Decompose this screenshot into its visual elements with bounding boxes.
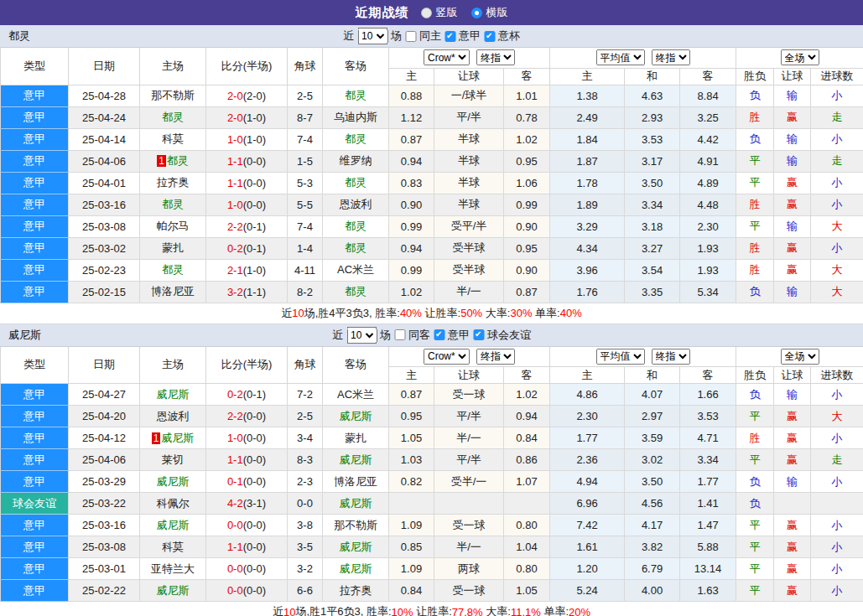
average-odds-cell: 5.88 [680,536,736,558]
summary-segment: 50% [460,307,482,319]
odds-stage-select[interactable]: 终指 [476,49,515,65]
same-away-checkbox[interactable] [394,329,405,340]
score-cell: 1-0(0-0) [206,427,288,449]
fulltime-select[interactable]: 全场 [781,49,819,65]
radio-unselected-icon[interactable] [421,8,432,18]
radio-vertical-layout[interactable]: 竖版 [421,5,458,20]
average-stage-select[interactable]: 终指 [652,49,690,65]
result-cell: 胜 [736,106,774,128]
bookmaker-odds-cell: 1.12 [389,106,434,128]
rank-badge: 1 [157,155,166,167]
corner-cell: 8-3 [288,449,323,471]
average-odds-cell: 5.24 [550,580,625,602]
result-cell: 负 [736,281,774,303]
sub-avg-draw: 和 [625,367,680,384]
bookmaker-odds-cell: 1.02 [504,384,550,406]
corner-cell: 8-2 [288,281,323,303]
bookmaker-select[interactable]: Crow* [424,49,470,65]
away-team-cell: 乌迪内斯 [323,106,389,128]
average-select[interactable]: 平均值 [596,349,645,365]
serie-a-checkbox[interactable] [434,329,444,340]
average-odds-cell: 13.14 [680,558,736,580]
match-type-cell: 意甲 [1,449,69,471]
bookmaker-odds-cell: 1.09 [389,558,434,580]
odds-stage-select[interactable]: 终指 [476,349,515,365]
result-cell: 小 [811,427,863,449]
sub-goals: 进球数 [811,367,863,384]
bookmaker-odds-cell: 半球 [434,194,504,215]
average-odds-cell: 4.48 [680,194,736,215]
recent-count-select[interactable]: 10 [346,327,377,344]
match-date-cell: 25-03-01 [69,558,140,580]
average-odds-cell: 3.53 [625,128,680,150]
average-group: 平均值 终指 [550,48,736,68]
summary-segment: 40% [400,307,422,319]
average-odds-cell: 8.84 [680,85,736,106]
bookmaker-odds-cell: 0.94 [504,406,550,427]
result-cell: 赢 [774,536,811,558]
table-row: 意甲25-04-061都灵1-1(0-0)1-5维罗纳0.94半球0.951.8… [1,150,863,172]
same-home-checkbox[interactable] [405,31,416,42]
bookmaker-select[interactable]: Crow* [424,349,470,365]
serie-a-checkbox[interactable] [444,31,455,42]
corner-cell: 7-2 [288,384,323,406]
summary-segment: 77.8% [452,606,483,616]
average-odds-cell: 7.42 [550,515,625,536]
table-row: 意甲25-04-14科莫1-0(1-0)7-4都灵0.87半球1.021.843… [1,128,863,150]
result-cell: 小 [811,85,863,106]
bookmaker-odds-cell: 0.82 [389,471,434,493]
average-odds-cell: 4.56 [625,493,680,515]
average-odds-cell: 4.07 [625,384,680,406]
away-team-cell: 都灵 [323,85,389,106]
radio-selected-icon[interactable] [471,8,482,18]
match-date-cell: 25-02-15 [69,281,140,303]
average-odds-cell: 2.30 [550,406,625,427]
home-team-cell: 亚特兰大 [140,558,206,580]
result-cell: 输 [774,128,811,150]
table-row: 意甲25-02-22威尼斯0-0(0-0)6-6拉齐奥0.84受一球1.055.… [1,580,863,602]
summary-segment: 场,胜1平6负3, 胜率: [295,604,391,616]
coppa-checkbox[interactable] [484,31,495,42]
corner-cell: 1-5 [288,150,323,172]
recent-count-select[interactable]: 10 [357,28,387,44]
col-score: 比分(半场) [206,347,288,384]
match-type-cell: 意甲 [1,106,69,128]
home-team-cell: 威尼斯 [140,471,206,493]
average-odds-cell: 6.96 [550,493,625,515]
average-select[interactable]: 平均值 [596,49,645,65]
result-cell: 小 [811,384,863,406]
average-odds-cell: 3.25 [680,106,736,128]
result-cell: 赢 [774,259,811,281]
average-odds-cell: 1.78 [550,172,625,194]
corner-cell: 1-4 [288,237,323,259]
fulltime-select[interactable]: 全场 [781,349,819,365]
corner-cell: 5-5 [288,194,323,215]
result-cell: 大 [811,406,863,427]
summary-segment: 10 [292,307,304,319]
average-stage-select[interactable]: 终指 [652,349,690,365]
away-team-cell: 威尼斯 [323,536,389,558]
away-team-cell: 都灵 [323,237,389,259]
bookmaker-odds-cell: 平/半 [434,449,504,471]
average-odds-cell: 3.27 [625,237,680,259]
match-date-cell: 25-03-29 [69,471,140,493]
bookmaker-odds-cell: 0.90 [504,215,550,237]
table-row: 意甲25-03-16都灵1-0(0-0)5-5恩波利0.90半球0.991.89… [1,194,863,215]
home-team-cell: 1威尼斯 [140,427,206,449]
home-team-cell: 恩波利 [140,406,206,427]
average-odds-cell: 4.63 [625,85,680,106]
club-friendly-checkbox[interactable] [473,329,484,340]
average-odds-cell: 4.00 [625,580,680,602]
away-team-cell: 威尼斯 [323,406,389,427]
summary-segment: 让胜率: [422,306,460,321]
table-row: 意甲25-04-28那不勒斯2-0(2-0)2-5都灵0.88一/球半1.011… [1,85,863,106]
result-cell: 走 [811,150,863,172]
average-odds-cell: 2.97 [625,406,680,427]
radio-horizontal-layout[interactable]: 横版 [471,5,508,20]
summary-venezia: 近10场,胜1平6负3, 胜率:10% 让胜率:77.8% 大率:11.1% 单… [0,602,863,616]
average-odds-cell: 1.77 [550,427,625,449]
score-cell: 2-1(1-0) [206,259,288,281]
bookmaker-odds-cell: 1.05 [504,580,550,602]
result-cell: 平 [736,406,774,427]
score-cell: 2-0(2-0) [206,85,288,106]
